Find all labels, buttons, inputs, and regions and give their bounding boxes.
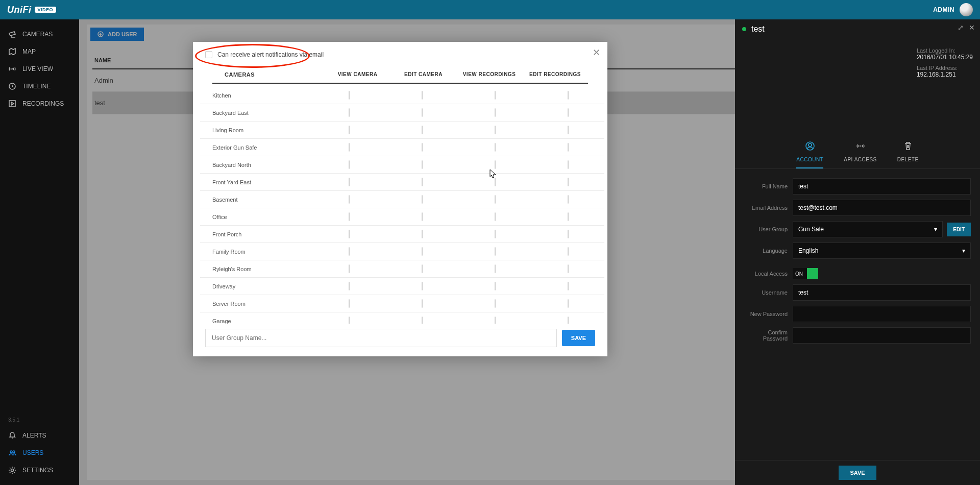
view-camera-checkbox[interactable] xyxy=(349,282,350,290)
edit-recordings-checkbox[interactable] xyxy=(568,247,569,256)
nav-label: ALERTS xyxy=(22,432,46,439)
close-icon[interactable]: ✕ xyxy=(969,23,975,32)
edit-camera-checkbox[interactable] xyxy=(422,108,423,117)
view-camera-checkbox[interactable] xyxy=(349,160,350,169)
local-access-toggle[interactable]: ON xyxy=(793,268,818,279)
col-edit-recordings[interactable]: EDIT RECORDINGS xyxy=(522,71,588,78)
fullname-input[interactable] xyxy=(793,178,971,195)
edit-camera-checkbox[interactable] xyxy=(422,212,423,221)
edit-camera-checkbox[interactable] xyxy=(422,247,423,256)
view-camera-checkbox[interactable] xyxy=(349,299,350,308)
edit-recordings-checkbox[interactable] xyxy=(568,282,569,290)
edit-recordings-checkbox[interactable] xyxy=(568,299,569,308)
brand-main: UniFi xyxy=(7,5,32,15)
edit-camera-checkbox[interactable] xyxy=(422,317,423,324)
nav-live-view[interactable]: LIVE VIEW xyxy=(0,60,79,78)
view-camera-checkbox[interactable] xyxy=(349,247,350,256)
view-camera-checkbox[interactable] xyxy=(349,91,350,100)
tab-delete[interactable]: DELETE xyxy=(897,141,919,168)
view-recordings-checkbox[interactable] xyxy=(495,282,496,290)
view-recordings-checkbox[interactable] xyxy=(495,317,496,324)
nav-cameras[interactable]: CAMERAS xyxy=(0,26,79,43)
edit-camera-checkbox[interactable] xyxy=(422,230,423,238)
modal-close-button[interactable]: ✕ xyxy=(593,47,600,58)
edit-camera-checkbox[interactable] xyxy=(422,282,423,290)
edit-camera-checkbox[interactable] xyxy=(422,160,423,169)
edit-group-button[interactable]: EDIT xyxy=(947,223,971,236)
nav-users[interactable]: USERS xyxy=(0,444,79,462)
edit-camera-checkbox[interactable] xyxy=(422,126,423,134)
view-recordings-checkbox[interactable] xyxy=(495,91,496,100)
edit-recordings-checkbox[interactable] xyxy=(568,178,569,186)
nav-timeline[interactable]: TIMELINE xyxy=(0,78,79,95)
view-recordings-checkbox[interactable] xyxy=(495,160,496,169)
col-view-camera[interactable]: VIEW CAMERA xyxy=(325,71,390,78)
modal-save-button[interactable]: SAVE xyxy=(562,330,595,346)
tab-api-access[interactable]: API ACCESS xyxy=(844,141,876,168)
edit-recordings-checkbox[interactable] xyxy=(568,230,569,238)
view-camera-checkbox[interactable] xyxy=(349,230,350,238)
edit-camera-checkbox[interactable] xyxy=(422,91,423,100)
chevron-down-icon: ▾ xyxy=(962,247,965,254)
email-input[interactable] xyxy=(793,200,971,216)
edit-recordings-checkbox[interactable] xyxy=(568,195,569,204)
language-select[interactable]: English ▾ xyxy=(793,243,971,259)
view-camera-checkbox[interactable] xyxy=(349,317,350,324)
expand-icon[interactable]: ⤢ xyxy=(958,23,964,32)
edit-recordings-checkbox[interactable] xyxy=(568,212,569,221)
view-camera-checkbox[interactable] xyxy=(349,264,350,273)
edit-recordings-checkbox[interactable] xyxy=(568,317,569,324)
top-user-label[interactable]: ADMIN xyxy=(933,6,954,13)
email-alerts-checkbox[interactable] xyxy=(205,51,212,58)
confirm-password-input[interactable] xyxy=(793,327,971,344)
bell-icon xyxy=(8,431,16,440)
tab-account[interactable]: ACCOUNT xyxy=(796,141,823,168)
view-camera-checkbox[interactable] xyxy=(349,195,350,204)
panel-save-button[interactable]: SAVE xyxy=(839,466,876,480)
view-recordings-checkbox[interactable] xyxy=(495,212,496,221)
col-view-recordings[interactable]: VIEW RECORDINGS xyxy=(456,71,522,78)
edit-recordings-checkbox[interactable] xyxy=(568,91,569,100)
nav-label: LIVE VIEW xyxy=(22,65,53,72)
permissions-row: Living Room xyxy=(200,122,604,139)
view-camera-checkbox[interactable] xyxy=(349,126,350,134)
usergroup-select[interactable]: Gun Sale ▾ xyxy=(793,221,943,237)
edit-recordings-checkbox[interactable] xyxy=(568,108,569,117)
nav-recordings[interactable]: RECORDINGS xyxy=(0,95,79,112)
edit-camera-checkbox[interactable] xyxy=(422,178,423,186)
svg-point-2 xyxy=(10,451,12,453)
view-recordings-checkbox[interactable] xyxy=(495,247,496,256)
view-recordings-checkbox[interactable] xyxy=(495,195,496,204)
account-icon xyxy=(796,141,823,154)
view-recordings-checkbox[interactable] xyxy=(495,299,496,308)
new-password-input[interactable] xyxy=(793,306,971,322)
edit-recordings-checkbox[interactable] xyxy=(568,264,569,273)
view-recordings-checkbox[interactable] xyxy=(495,126,496,134)
view-camera-checkbox[interactable] xyxy=(349,178,350,186)
edit-recordings-checkbox[interactable] xyxy=(568,160,569,169)
edit-camera-checkbox[interactable] xyxy=(422,299,423,308)
col-edit-camera[interactable]: EDIT CAMERA xyxy=(390,71,456,78)
view-camera-checkbox[interactable] xyxy=(349,108,350,117)
nav-alerts[interactable]: ALERTS xyxy=(0,427,79,444)
view-recordings-checkbox[interactable] xyxy=(495,264,496,273)
view-camera-checkbox[interactable] xyxy=(349,212,350,221)
username-input[interactable] xyxy=(793,284,971,301)
view-camera-checkbox[interactable] xyxy=(349,143,350,152)
nav-settings[interactable]: SETTINGS xyxy=(0,462,79,479)
avatar[interactable] xyxy=(960,3,973,16)
group-name-input[interactable] xyxy=(205,329,557,347)
edit-recordings-checkbox[interactable] xyxy=(568,126,569,134)
edit-camera-checkbox[interactable] xyxy=(422,264,423,273)
permissions-row: Family Room xyxy=(200,243,604,260)
camera-name: Front Porch xyxy=(200,231,312,237)
edit-camera-checkbox[interactable] xyxy=(422,143,423,152)
permissions-table-body[interactable]: KitchenBackyard EastLiving RoomExterior … xyxy=(200,87,604,324)
nav-map[interactable]: MAP xyxy=(0,43,79,60)
edit-camera-checkbox[interactable] xyxy=(422,195,423,204)
email-label: Email Address xyxy=(744,205,793,211)
edit-recordings-checkbox[interactable] xyxy=(568,143,569,152)
view-recordings-checkbox[interactable] xyxy=(495,230,496,238)
view-recordings-checkbox[interactable] xyxy=(495,143,496,152)
view-recordings-checkbox[interactable] xyxy=(495,108,496,117)
